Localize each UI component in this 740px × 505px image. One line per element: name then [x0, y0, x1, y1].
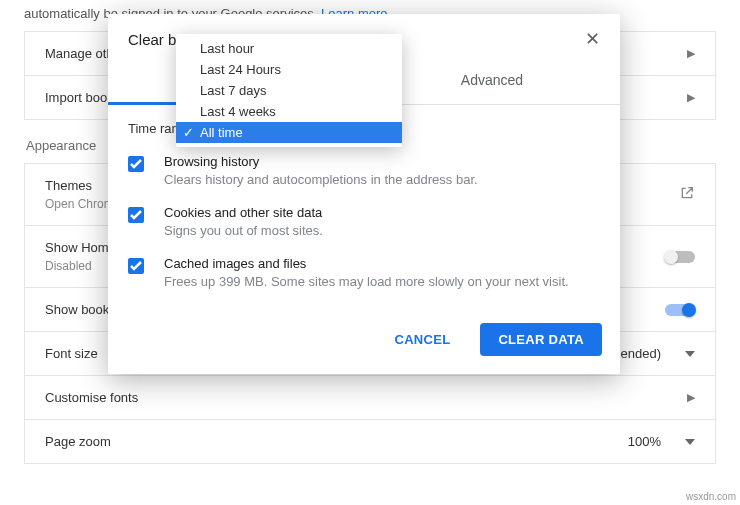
item-text: Browsing historyClears history and autoc…	[164, 154, 478, 187]
checkbox[interactable]	[128, 207, 144, 223]
time-range-dropdown[interactable]: Last hourLast 24 HoursLast 7 daysLast 4 …	[176, 34, 402, 147]
close-icon[interactable]: ✕	[585, 28, 600, 50]
cancel-button[interactable]: CANCEL	[376, 323, 468, 356]
time-range-option[interactable]: Last 24 Hours	[176, 59, 402, 80]
item-desc: Signs you out of most sites.	[164, 223, 323, 238]
item-title: Browsing history	[164, 154, 478, 169]
dialog-footer: CANCEL CLEAR DATA	[108, 311, 620, 374]
clear-data-button[interactable]: CLEAR DATA	[480, 323, 602, 356]
item-title: Cookies and other site data	[164, 205, 323, 220]
time-range-option[interactable]: Last 4 weeks	[176, 101, 402, 122]
item-title: Cached images and files	[164, 256, 569, 271]
tab-advanced[interactable]: Advanced	[364, 58, 620, 104]
clear-data-item: Browsing historyClears history and autoc…	[128, 154, 600, 187]
clear-data-item: Cookies and other site dataSigns you out…	[128, 205, 600, 238]
item-desc: Clears history and autocompletions in th…	[164, 172, 478, 187]
watermark: wsxdn.com	[686, 491, 736, 502]
time-range-option[interactable]: Last 7 days	[176, 80, 402, 101]
item-text: Cookies and other site dataSigns you out…	[164, 205, 323, 238]
item-desc: Frees up 399 MB. Some sites may load mor…	[164, 274, 569, 289]
checkbox[interactable]	[128, 258, 144, 274]
clear-data-item: Cached images and filesFrees up 399 MB. …	[128, 256, 600, 289]
item-text: Cached images and filesFrees up 399 MB. …	[164, 256, 569, 289]
checkbox[interactable]	[128, 156, 144, 172]
time-range-option[interactable]: Last hour	[176, 38, 402, 59]
time-range-option[interactable]: All time	[176, 122, 402, 143]
